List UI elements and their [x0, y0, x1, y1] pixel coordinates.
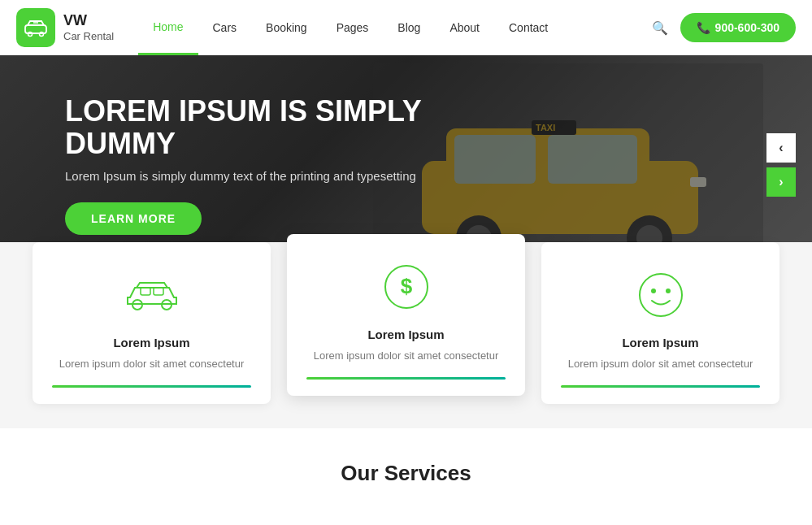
feature-card-3-title: Lorem Ipsum	[561, 336, 760, 349]
diamond-icon	[377, 518, 434, 526]
header: VW Car Rental Home Cars Booking Pages Bl…	[0, 0, 812, 55]
svg-rect-19	[154, 288, 163, 295]
feature-card-2-divider	[306, 377, 506, 380]
services-section: Our Services Services Title 1 Lorem ipsu…	[0, 428, 812, 526]
feature-card-1-title: Lorem Ipsum	[52, 336, 251, 349]
feature-card-3: Lorem Ipsum Lorem ipsum dolor sit amet c…	[541, 242, 779, 404]
nav-item-blog[interactable]: Blog	[383, 0, 435, 55]
smile-icon	[632, 267, 689, 323]
services-title: Our Services	[33, 461, 779, 486]
nav-item-cars[interactable]: Cars	[198, 0, 252, 55]
logo-text: VW Car Rental	[63, 12, 114, 42]
logo-icon	[16, 8, 55, 47]
nav-item-booking[interactable]: Booking	[251, 0, 322, 55]
feature-section: Lorem Ipsum Lorem ipsum dolor sit amet c…	[0, 242, 812, 428]
main-nav: Home Cars Booking Pages Blog About Conta…	[138, 0, 651, 55]
hero-next-button[interactable]: ›	[766, 167, 796, 197]
svg-point-2	[40, 33, 44, 37]
dollar-icon: $	[378, 258, 435, 315]
hero-arrows: ‹ ›	[766, 133, 796, 197]
search-icon[interactable]: 🔍	[652, 20, 668, 36]
svg-point-22	[640, 274, 682, 316]
feature-cards: Lorem Ipsum Lorem ipsum dolor sit amet c…	[33, 242, 779, 404]
feature-card-2: $ Lorem Ipsum Lorem ipsum dolor sit amet…	[287, 234, 525, 396]
header-right: 🔍 📞 900-600-300	[652, 13, 796, 42]
svg-rect-18	[141, 288, 150, 295]
feature-card-3-text: Lorem ipsum dolor sit amet consectetur	[561, 356, 760, 372]
feature-card-2-text: Lorem ipsum dolor sit amet consectetur	[306, 348, 506, 364]
feature-card-1-divider	[52, 385, 251, 388]
car-icon	[124, 267, 180, 323]
feature-card-2-title: Lorem Ipsum	[306, 328, 506, 341]
service-card-1: Services Title 1 Lorem ipsum dolor sit a…	[33, 510, 265, 526]
gift-icon	[120, 518, 177, 526]
logo[interactable]: VW Car Rental	[16, 8, 114, 47]
feature-card-1: Lorem Ipsum Lorem ipsum dolor sit amet c…	[33, 242, 271, 404]
hero-content: LOREM IPSUM IS SIMPLY DUMMY Lorem Ipsum …	[0, 95, 488, 235]
rings-icon	[635, 518, 692, 526]
svg-rect-0	[25, 25, 46, 33]
phone-icon: 📞	[697, 21, 710, 34]
feature-card-3-divider	[561, 385, 760, 388]
hero-subtitle: Lorem Ipsum is simply dummy text of the …	[65, 169, 488, 183]
svg-point-23	[651, 289, 656, 293]
svg-point-1	[28, 33, 33, 37]
service-card-3: Services Title 3 Lorem ipsum dolor sit a…	[547, 510, 779, 526]
hero-prev-button[interactable]: ‹	[766, 133, 796, 163]
nav-item-about[interactable]: About	[435, 0, 494, 55]
svg-point-24	[666, 289, 671, 293]
feature-card-1-text: Lorem ipsum dolor sit amet consectetur	[52, 356, 251, 372]
hero-title: LOREM IPSUM IS SIMPLY DUMMY	[65, 95, 488, 159]
nav-item-contact[interactable]: Contact	[494, 0, 562, 55]
services-grid: Services Title 1 Lorem ipsum dolor sit a…	[33, 510, 779, 526]
phone-button[interactable]: 📞 900-600-300	[680, 13, 796, 42]
nav-item-pages[interactable]: Pages	[322, 0, 384, 55]
nav-item-home[interactable]: Home	[138, 0, 198, 55]
hero-cta-button[interactable]: LEARN MORE	[65, 202, 202, 235]
service-card-2: Services Title 2 Lorem ipsum dolor sit a…	[289, 510, 522, 526]
svg-text:$: $	[400, 274, 412, 298]
